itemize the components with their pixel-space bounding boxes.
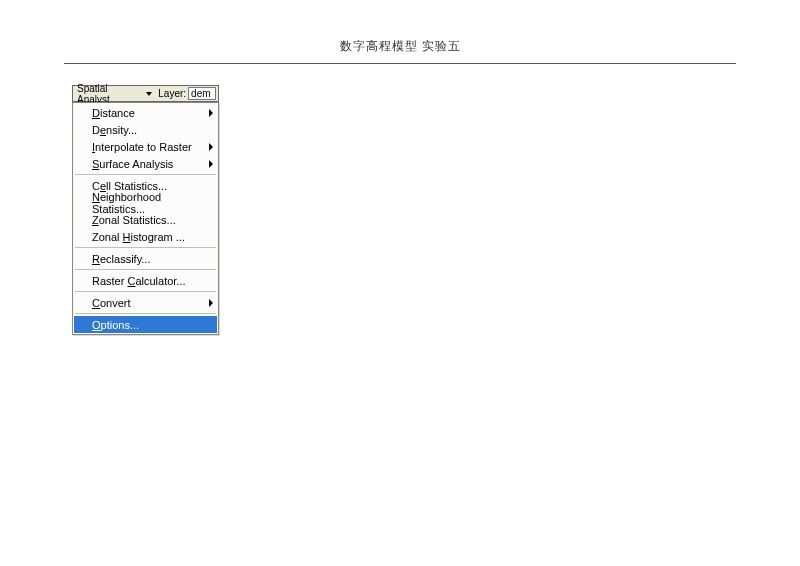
menu-item-label: Zonal Statistics... [92, 214, 176, 226]
menu-separator [75, 174, 216, 175]
menu-separator [75, 291, 216, 292]
chevron-right-icon [209, 299, 213, 307]
chevron-right-icon [209, 160, 213, 168]
page-title: 数字高程模型 实验五 [340, 39, 461, 53]
chevron-down-icon [146, 92, 152, 96]
menu-item-raster-calculator[interactable]: Raster Calculator... [74, 272, 217, 289]
page-header: 数字高程模型 实验五 [0, 0, 800, 55]
menu-item-label: Options... [92, 319, 139, 331]
menu-item-label: Zonal Histogram ... [92, 231, 185, 243]
spatial-analyst-menu: DistanceDensity...Interpolate to RasterS… [72, 102, 219, 335]
menu-item-label: Convert [92, 297, 131, 309]
menu-item-reclassify[interactable]: Reclassify... [74, 250, 217, 267]
menu-item-convert[interactable]: Convert [74, 294, 217, 311]
chevron-right-icon [209, 143, 213, 151]
menu-item-surface-analysis[interactable]: Surface Analysis [74, 155, 217, 172]
layer-input[interactable]: dem [188, 87, 216, 100]
menu-item-label: Density... [92, 124, 137, 136]
layer-label: Layer: [158, 88, 186, 99]
header-rule [64, 63, 736, 64]
menu-item-label: Reclassify... [92, 253, 150, 265]
menu-item-zonal-histogram[interactable]: Zonal Histogram ... [74, 228, 217, 245]
spatial-analyst-toolbar: Spatial Analyst Layer: dem [72, 85, 219, 102]
menu-item-zonal-statistics[interactable]: Zonal Statistics... [74, 211, 217, 228]
menu-item-distance[interactable]: Distance [74, 104, 217, 121]
chevron-right-icon [209, 109, 213, 117]
menu-separator [75, 313, 216, 314]
menu-separator [75, 247, 216, 248]
menu-item-options[interactable]: Options... [74, 316, 217, 333]
menu-item-interpolate-to-raster[interactable]: Interpolate to Raster [74, 138, 217, 155]
menu-item-neighborhood-statistics[interactable]: Neighborhood Statistics... [74, 194, 217, 211]
menu-item-label: Surface Analysis [92, 158, 173, 170]
menu-item-density[interactable]: Density... [74, 121, 217, 138]
menu-item-label: Raster Calculator... [92, 275, 186, 287]
menu-separator [75, 269, 216, 270]
menu-item-label: Interpolate to Raster [92, 141, 192, 153]
menu-item-label: Distance [92, 107, 135, 119]
